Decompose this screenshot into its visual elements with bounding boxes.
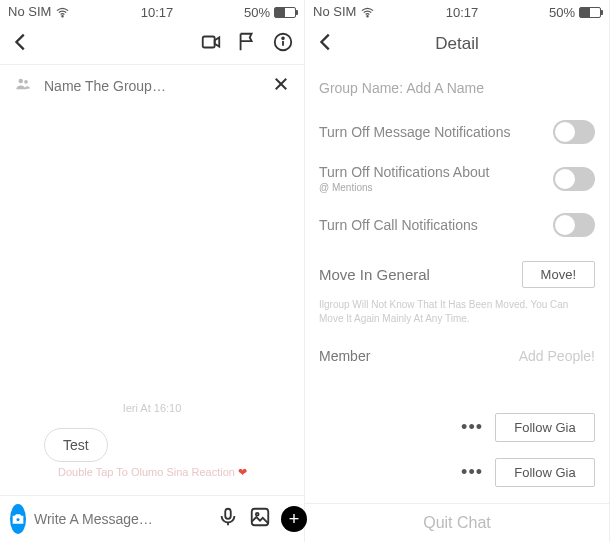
toggle-message-notifications[interactable]: [553, 120, 595, 144]
close-icon[interactable]: [272, 75, 290, 97]
svg-point-15: [367, 16, 368, 17]
battery-icon: [274, 7, 296, 18]
move-row: Move In General Move!: [319, 247, 595, 294]
quit-chat-button[interactable]: Quit Chat: [305, 503, 609, 542]
video-call-icon[interactable]: [200, 31, 222, 57]
gallery-icon[interactable]: [249, 506, 271, 532]
flag-icon[interactable]: [236, 31, 258, 57]
svg-point-7: [24, 80, 28, 84]
member-item: ••• Follow Gia: [319, 450, 595, 495]
more-options-icon[interactable]: •••: [461, 417, 483, 438]
reaction-hint: Double Tap To Olumo Sina Reaction ❤: [58, 466, 290, 479]
svg-point-0: [62, 16, 63, 17]
message-bubble[interactable]: Test: [44, 428, 108, 462]
toggle-mention-notifications[interactable]: [553, 167, 595, 191]
time-label: 10:17: [141, 5, 174, 20]
camera-button[interactable]: [10, 504, 26, 534]
info-icon[interactable]: [272, 31, 294, 57]
chat-top-bar: [0, 24, 304, 64]
svg-point-14: [256, 513, 259, 516]
follow-button[interactable]: Follow Gia: [495, 458, 595, 487]
svg-rect-13: [252, 509, 269, 526]
setting-label: Turn Off Call Notifications: [319, 217, 478, 233]
battery-status: 50%: [549, 5, 601, 20]
wifi-icon: [360, 4, 375, 19]
wifi-icon: [55, 4, 70, 19]
message-composer: +: [0, 495, 304, 542]
more-options-icon[interactable]: •••: [461, 462, 483, 483]
svg-marker-2: [215, 37, 220, 46]
move-label: Move In General: [319, 266, 430, 283]
member-item: ••• Follow Gia: [319, 405, 595, 450]
group-icon: [14, 75, 32, 97]
add-people-button[interactable]: Add People!: [519, 348, 595, 364]
battery-icon: [579, 7, 601, 18]
page-title: Detail: [315, 34, 599, 54]
back-button[interactable]: [10, 31, 32, 57]
carrier-label: No SIM: [313, 4, 375, 20]
follow-section: ••• Follow Gia ••• Follow Gia: [319, 405, 595, 495]
battery-status: 50%: [244, 5, 296, 20]
chat-body: Ieri At 16:10 Test Double Tap To Olumo S…: [0, 107, 304, 495]
follow-button[interactable]: Follow Gia: [495, 413, 595, 442]
group-name-row[interactable]: Group Name: Add A Name: [319, 72, 595, 110]
svg-point-10: [16, 518, 20, 522]
status-bar-right: No SIM 10:17 50%: [305, 0, 609, 24]
message-input[interactable]: [34, 511, 209, 527]
message-timestamp: Ieri At 16:10: [14, 402, 290, 414]
toggle-call-notifications[interactable]: [553, 213, 595, 237]
svg-point-6: [19, 79, 24, 84]
setting-message-notifications: Turn Off Message Notifications: [319, 110, 595, 154]
member-label: Member: [319, 348, 370, 364]
setting-mention-notifications: Turn Off Notifications About @ Mentions: [319, 154, 595, 203]
status-bar-left: No SIM 10:17 50%: [0, 0, 304, 24]
member-row: Member Add People!: [319, 340, 595, 378]
setting-sublabel: @ Mentions: [319, 182, 489, 193]
svg-rect-1: [203, 37, 215, 48]
chat-screen: No SIM 10:17 50%: [0, 0, 305, 542]
detail-body: Group Name: Add A Name Turn Off Message …: [305, 64, 609, 503]
move-button[interactable]: Move!: [522, 261, 595, 288]
svg-point-5: [282, 37, 284, 39]
add-button[interactable]: +: [281, 506, 307, 532]
move-note: Ilgroup Will Not Know That It Has Been M…: [319, 294, 595, 340]
group-name-input[interactable]: [44, 78, 260, 94]
detail-screen: No SIM 10:17 50% Detail Group Name: Add …: [305, 0, 610, 542]
time-label: 10:17: [446, 5, 479, 20]
name-group-row: [0, 64, 304, 107]
heart-icon: ❤: [238, 466, 247, 478]
detail-header: Detail: [305, 24, 609, 64]
svg-rect-11: [225, 509, 231, 519]
setting-call-notifications: Turn Off Call Notifications: [319, 203, 595, 247]
microphone-icon[interactable]: [217, 506, 239, 532]
setting-label: Turn Off Message Notifications: [319, 124, 510, 140]
carrier-label: No SIM: [8, 4, 70, 20]
setting-label: Turn Off Notifications About: [319, 164, 489, 180]
